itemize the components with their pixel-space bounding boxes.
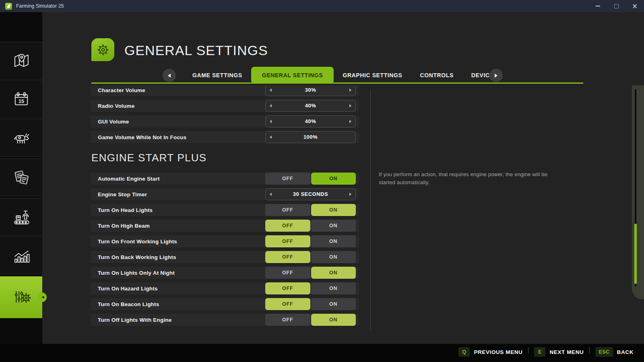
statistics-icon: [10, 245, 32, 266]
key-badge-q: Q: [458, 347, 470, 357]
settings-row-gui-volume: GUI Volume40%: [91, 115, 359, 128]
settings-list: Character Volume30%Radio Volume40%GUI Vo…: [91, 85, 359, 326]
key-hint-label: NEXT MENU: [549, 349, 584, 355]
setting-label: Turn On Beacon Lights: [98, 301, 159, 307]
calendar-icon: 15: [10, 88, 32, 110]
spinner-value: 30%: [266, 85, 355, 96]
window-controls: ×: [588, 0, 644, 12]
toggle-turn-on-hazard-lights: OFFON: [265, 282, 356, 294]
settings-row-turn-on-high-beam: Turn On High BeamOFFON: [91, 220, 359, 232]
toggle-turn-on-head-lights: OFFON: [265, 204, 356, 216]
tabs-next-button[interactable]: [489, 69, 503, 82]
gear-icon: [95, 42, 111, 58]
settings-row-character-volume: Character Volume30%: [91, 85, 359, 96]
settings-viewport: Character Volume30%Radio Volume40%GUI Vo…: [91, 85, 359, 330]
spinner-character-volume[interactable]: 30%: [265, 85, 356, 96]
setting-label: Turn On High Beam: [98, 223, 150, 229]
toggle-turn-on-back-working-lights: OFFON: [265, 251, 356, 263]
title-bar: Farming Simulator 25 ×: [0, 0, 644, 12]
toggle-turn-on-beacon-lights: OFFON: [265, 298, 356, 310]
spinner-engine-stop-timer[interactable]: 30 SECONDS: [265, 188, 356, 200]
tab-graphic-settings[interactable]: GRAPHIC SETTINGS: [334, 67, 411, 84]
toggle-on-button[interactable]: ON: [311, 173, 356, 185]
tab-general-settings[interactable]: GENERAL SETTINGS: [251, 67, 334, 84]
toggle-on-button[interactable]: ON: [311, 235, 356, 247]
toggle-off-button[interactable]: OFF: [265, 220, 310, 232]
close-button[interactable]: ×: [625, 0, 644, 12]
key-hint-next-menu[interactable]: ENEXT MENU: [534, 347, 589, 357]
key-hint-previous-menu[interactable]: QPREVIOUS MENU: [458, 347, 528, 357]
toggle-on-button[interactable]: ON: [311, 220, 356, 232]
contracts-icon: [10, 167, 32, 188]
setting-label: Engine Stop Timer: [98, 191, 147, 197]
toggle-off-button[interactable]: OFF: [265, 173, 310, 185]
toggle-automatic-engine-start: OFFON: [265, 173, 356, 185]
settings-row-turn-on-head-lights: Turn On Head LightsOFFON: [91, 204, 359, 216]
sidebar-item-calendar[interactable]: 15: [0, 80, 42, 118]
setting-label: Turn On Hazard Lights: [98, 286, 158, 292]
setting-label: Turn Off Lights With Engine: [98, 317, 172, 323]
settings-row-turn-on-hazard-lights: Turn On Hazard LightsOFFON: [91, 282, 359, 294]
key-hint-back[interactable]: ESCBACK: [595, 347, 639, 357]
tab-bar-tabs: GAME SETTINGSGENERAL SETTINGSGRAPHIC SET…: [184, 67, 507, 84]
scrollbar-thumb[interactable]: [634, 224, 637, 284]
maximize-button[interactable]: [607, 0, 625, 12]
tab-game-settings[interactable]: GAME SETTINGS: [184, 67, 251, 84]
footer-bar: QPREVIOUS MENUENEXT MENUESCBACK: [0, 344, 644, 362]
settings-row-automatic-engine-start: Automatic Engine StartOFFON: [91, 173, 359, 185]
sidebar-item-map[interactable]: [0, 42, 42, 80]
toggle-off-button[interactable]: OFF: [265, 314, 310, 326]
spinner-gui-volume[interactable]: 40%: [265, 115, 356, 128]
calendar-day-label: 15: [18, 99, 24, 104]
sidebar-item-contracts[interactable]: [0, 158, 42, 196]
sidebar-item-production[interactable]: [0, 198, 42, 236]
spinner-game-volume-while-not-in-focus[interactable]: 100%: [265, 131, 356, 143]
map-icon: [10, 50, 32, 72]
toggle-off-button[interactable]: OFF: [265, 298, 310, 310]
minimize-icon: [596, 6, 600, 6]
toggle-on-button[interactable]: ON: [311, 282, 356, 294]
key-badge-e: E: [534, 347, 545, 357]
panel-divider: [370, 89, 371, 330]
chevron-right-icon: [495, 74, 497, 78]
toggle-turn-on-front-working-lights: OFFON: [265, 235, 356, 247]
toggle-turn-on-lights-only-at-night: OFFON: [265, 267, 356, 279]
toggle-on-button[interactable]: ON: [311, 204, 356, 216]
sidebar-item-statistics[interactable]: [0, 237, 42, 274]
settings-row-game-volume-while-not-in-focus: Game Volume While Not In Focus100%: [91, 131, 359, 143]
toggle-on-button[interactable]: ON: [311, 267, 356, 279]
sidebar-item-settings[interactable]: [0, 276, 42, 318]
setting-label: Game Volume While Not In Focus: [98, 134, 186, 140]
toggle-off-button[interactable]: OFF: [265, 251, 310, 263]
settings-row-turn-on-front-working-lights: Turn On Front Working LightsOFFON: [91, 235, 359, 247]
key-badge-esc: ESC: [595, 347, 613, 357]
toggle-off-button[interactable]: OFF: [265, 235, 310, 247]
sidebar: 15: [0, 12, 42, 344]
tabs-prev-button[interactable]: [163, 69, 176, 82]
section-heading: ENGINE START PLUS: [91, 149, 359, 167]
toggle-off-button[interactable]: OFF: [265, 282, 310, 294]
minimize-button[interactable]: [588, 0, 607, 12]
spinner-value: 40%: [266, 100, 355, 111]
settings-row-turn-on-beacon-lights: Turn On Beacon LightsOFFON: [91, 298, 359, 310]
settings-row-engine-stop-timer: Engine Stop Timer30 SECONDS: [91, 188, 359, 200]
settings-row-turn-on-lights-only-at-night: Turn On Lights Only At NightOFFON: [91, 267, 359, 279]
sidebar-item-animals[interactable]: [0, 119, 42, 157]
setting-label: GUI Volume: [98, 119, 129, 125]
help-text: If you perform an action, that requires …: [379, 171, 550, 186]
toggle-off-button[interactable]: OFF: [265, 204, 310, 216]
toggle-on-button[interactable]: ON: [311, 314, 356, 326]
setting-label: Character Volume: [98, 87, 145, 93]
setting-label: Radio Volume: [98, 103, 134, 109]
toggle-on-button[interactable]: ON: [311, 251, 356, 263]
window-edge-strip: [632, 85, 644, 299]
setting-label: Turn On Head Lights: [98, 207, 153, 213]
settings-row-radio-volume: Radio Volume40%: [91, 100, 359, 112]
spinner-value: 100%: [266, 132, 355, 143]
tab-controls[interactable]: CONTROLS: [411, 67, 462, 84]
toggle-turn-on-high-beam: OFFON: [265, 220, 356, 232]
toggle-on-button[interactable]: ON: [311, 298, 356, 310]
page-header-icon: [91, 38, 114, 61]
toggle-off-button[interactable]: OFF: [265, 267, 310, 279]
spinner-radio-volume[interactable]: 40%: [265, 100, 356, 112]
